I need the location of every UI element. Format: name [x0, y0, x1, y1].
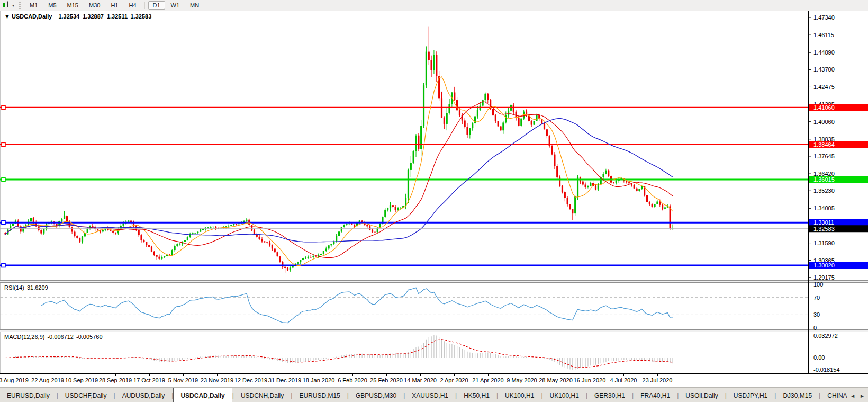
date-label: 22 Aug 2019	[31, 377, 64, 383]
timeframe-button-w1[interactable]: W1	[166, 1, 185, 10]
svg-text:1.38464: 1.38464	[813, 141, 835, 148]
tab-gbpusd-m30[interactable]: GBPUSD,M30	[349, 388, 403, 402]
tabs-scroll-right-icon[interactable]: ►	[860, 393, 865, 399]
hline-handle[interactable]	[2, 221, 5, 225]
chart-collapse-icon[interactable]: ▼	[4, 13, 10, 20]
tab-uk100-h1[interactable]: UK100,H1	[498, 388, 541, 402]
date-label: 17 Oct 2019	[133, 377, 165, 383]
hline-handle[interactable]	[2, 178, 5, 182]
dropdown-caret-icon[interactable]: ▾	[12, 3, 14, 8]
date-tick	[386, 374, 387, 376]
date-tick	[319, 374, 319, 376]
date-label: 31 Dec 2019	[268, 377, 301, 383]
date-tick	[488, 374, 489, 376]
date-label: 28 Sep 2019	[99, 377, 132, 383]
date-tick	[251, 374, 251, 376]
timeframe-button-d1[interactable]: D1	[148, 1, 165, 10]
macd-scale-min: -0.018154	[813, 367, 840, 373]
date-tick	[82, 374, 82, 376]
date-label: 4 Jul 2020	[610, 377, 637, 383]
tab-xauusd-h1[interactable]: XAUUSD,H1	[405, 388, 455, 402]
timeframe-button-m15[interactable]: M15	[62, 1, 83, 10]
timeframe-button-h4[interactable]: H4	[124, 1, 141, 10]
open-value: 1.32534	[58, 13, 80, 20]
date-tick	[149, 374, 150, 376]
date-tick	[115, 374, 116, 376]
price-tick-label: 1.31590	[813, 240, 835, 246]
date-tick	[285, 374, 285, 376]
svg-text:30: 30	[813, 311, 820, 318]
date-label: 2 Apr 2020	[440, 377, 468, 383]
date-label: 6 Feb 2020	[338, 377, 367, 383]
price-tick-label: 1.29175	[813, 274, 835, 281]
tab-dj30-m15[interactable]: DJ30,M15	[776, 388, 819, 402]
tab-usdcad-daily[interactable]: USDCAD,Daily	[173, 388, 232, 402]
price-tick-label: 1.42475	[813, 84, 835, 90]
price-tick-label: 1.35230	[813, 187, 835, 194]
date-tick	[657, 374, 658, 376]
date-label: 10 Sep 2019	[65, 377, 98, 383]
date-tick	[352, 374, 353, 376]
date-tick	[183, 374, 184, 376]
high-value: 1.32887	[83, 13, 104, 20]
date-axis[interactable]: 3 Aug 201922 Aug 201910 Sep 201928 Sep 2…	[0, 373, 868, 387]
date-label: 18 Jan 2020	[303, 377, 335, 383]
tab-ger30-h1[interactable]: GER30,H1	[587, 388, 632, 402]
date-label: 16 Jun 2020	[574, 377, 606, 383]
price-tick-label: 1.44890	[813, 49, 835, 56]
timeframe-button-m5[interactable]: M5	[43, 1, 61, 10]
toolbar-separator	[144, 2, 145, 9]
hline-handle[interactable]	[2, 142, 5, 146]
tab-eurusd-m15[interactable]: EURUSD,M15	[292, 388, 347, 402]
price-tick-label: 1.37645	[813, 153, 835, 159]
toolbar: ▾ M1M5M15M30H1H4D1W1MN	[0, 0, 868, 11]
price-tick-label: 1.34005	[813, 205, 835, 211]
tab-audusd-daily[interactable]: AUDUSD,Daily	[115, 388, 172, 402]
svg-text:1.36015: 1.36015	[813, 176, 835, 183]
date-label: 28 May 2020	[539, 377, 573, 383]
hline-handle[interactable]	[2, 105, 5, 109]
date-tick	[522, 374, 522, 376]
date-tick	[420, 374, 421, 376]
macd-label: MACD(12,26,9)-0.006712-0.005760	[4, 334, 103, 340]
timeframe-button-h1[interactable]: H1	[106, 1, 123, 10]
tab-eurusd-daily[interactable]: EURUSD,Daily	[0, 388, 57, 402]
date-label: 14 Mar 2020	[404, 377, 437, 383]
tab-usdjpy-h1[interactable]: USDJPY,H1	[727, 388, 774, 402]
symbol-label: USDCAD,Daily	[12, 13, 52, 20]
tab-china300-h4[interactable]: CHINA300,H4	[820, 388, 847, 402]
tab-usdcnh-daily[interactable]: USDCNH,Daily	[234, 388, 291, 402]
svg-text:1.32583: 1.32583	[813, 226, 835, 232]
tab-fra40-h1[interactable]: FRA40,H1	[634, 388, 677, 402]
tab-usdchf-daily[interactable]: USDCHF,Daily	[58, 388, 114, 402]
date-label: 5 Nov 2019	[168, 377, 198, 383]
date-label: 9 May 2020	[507, 377, 537, 383]
date-label: 23 Jul 2020	[643, 377, 673, 383]
tabs-scroll-left-icon[interactable]: ◄	[850, 393, 855, 399]
hline-handle[interactable]	[2, 264, 5, 267]
price-tick-label: 1.43700	[813, 66, 835, 73]
date-tick	[623, 374, 624, 376]
chart-canvas[interactable]: 100703000.00 1.473401.461151.448901.4370…	[0, 11, 868, 373]
timeframe-button-mn[interactable]: MN	[185, 1, 204, 10]
tab-usoil-daily[interactable]: USOil,Daily	[679, 388, 725, 402]
svg-text:1.30020: 1.30020	[813, 262, 835, 269]
tab-hk50-h1[interactable]: HK50,H1	[457, 388, 496, 402]
chart-tabs-bar: EURUSD,Daily|USDCHF,Daily|AUDUSD,Daily|U…	[0, 387, 868, 402]
svg-text:100: 100	[813, 281, 823, 288]
timeframe-button-m1[interactable]: M1	[25, 1, 42, 10]
date-label: 3 Aug 2019	[0, 377, 29, 383]
chart-tool-icon[interactable]	[2, 1, 11, 10]
timeframe-button-m30[interactable]: M30	[84, 1, 105, 10]
date-label: 21 Apr 2020	[472, 377, 503, 383]
price-tick-label: 1.40060	[813, 119, 835, 125]
date-tick	[556, 374, 556, 376]
date-label: 12 Dec 2019	[234, 377, 267, 383]
close-value: 1.32583	[131, 13, 152, 20]
tab-uk100-h1[interactable]: UK100,H1	[543, 388, 586, 402]
date-label: 23 Nov 2019	[201, 377, 233, 383]
date-tick	[590, 374, 590, 376]
date-tick	[48, 374, 48, 376]
chart-tabs: EURUSD,Daily|USDCHF,Daily|AUDUSD,Daily|U…	[0, 388, 847, 402]
toolbar-grip[interactable]	[19, 2, 21, 9]
